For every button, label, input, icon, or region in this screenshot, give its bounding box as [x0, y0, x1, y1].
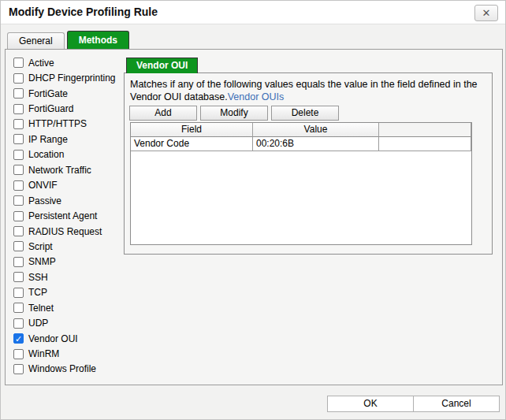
- description-text: Matches if any of the following values e…: [130, 79, 478, 102]
- dialog-title: Modify Device Profiling Rule: [9, 6, 158, 18]
- method-item-fortiguard[interactable]: ✓FortiGuard: [13, 101, 116, 116]
- tab-general[interactable]: General: [7, 32, 65, 50]
- vendor-oui-panel: Matches if any of the following values e…: [124, 72, 493, 255]
- method-label: UDP: [28, 318, 48, 329]
- tab-bar: General Methods: [7, 31, 132, 50]
- title-bar: Modify Device Profiling Rule ✕: [1, 1, 505, 24]
- checkbox-icon[interactable]: ✓: [13, 195, 24, 206]
- method-item-passive[interactable]: ✓Passive: [13, 193, 116, 208]
- method-item-tcp[interactable]: ✓TCP: [13, 285, 116, 300]
- method-label: Script: [28, 241, 53, 252]
- method-item-ssh[interactable]: ✓SSH: [13, 269, 116, 284]
- method-label: HTTP/HTTPS: [28, 118, 87, 129]
- checkbox-icon[interactable]: ✓: [13, 104, 24, 114]
- dialog-body: General Methods ✓Active ✓DHCP Fingerprin…: [1, 24, 505, 420]
- method-item-udp[interactable]: ✓UDP: [13, 315, 116, 330]
- method-label: DHCP Fingerprinting: [28, 72, 116, 84]
- method-item-snmp[interactable]: ✓SNMP: [13, 255, 116, 269]
- method-label: ONVIF: [28, 180, 58, 191]
- method-item-script[interactable]: ✓Script: [13, 239, 116, 254]
- method-item-location[interactable]: ✓Location: [13, 147, 116, 162]
- method-label: SSH: [28, 272, 48, 283]
- footer-button-row: OK Cancel: [327, 396, 500, 412]
- method-label: TCP: [28, 287, 47, 298]
- table-header-row: Field Value: [131, 123, 471, 137]
- method-item-http-https[interactable]: ✓HTTP/HTTPS: [13, 117, 116, 132]
- method-item-persistent-agent[interactable]: ✓Persistent Agent: [13, 208, 116, 223]
- checkbox-icon[interactable]: ✓: [13, 364, 24, 374]
- method-item-vendor-oui[interactable]: ✓Vendor OUI: [13, 331, 116, 346]
- method-label: WinRM: [28, 348, 59, 359]
- vendor-ouis-link[interactable]: Vendor OUIs: [228, 91, 285, 102]
- column-header-value[interactable]: Value: [253, 123, 379, 137]
- cancel-button[interactable]: Cancel: [413, 396, 500, 412]
- method-label: Location: [28, 149, 64, 160]
- value-cell[interactable]: 00:20:6B: [253, 137, 379, 151]
- method-label: IP Range: [28, 134, 68, 145]
- checkbox-icon[interactable]: ✓: [13, 349, 24, 359]
- method-item-telnet[interactable]: ✓Telnet: [13, 300, 116, 315]
- field-cell[interactable]: Vendor Code: [131, 137, 253, 151]
- checkbox-icon[interactable]: ✓: [13, 119, 24, 129]
- method-item-dhcp-fingerprinting[interactable]: ✓DHCP Fingerprinting: [13, 70, 116, 85]
- checkbox-icon[interactable]: ✓: [13, 150, 24, 160]
- checkbox-checked-icon[interactable]: ✓: [13, 333, 24, 344]
- checkbox-icon[interactable]: ✓: [13, 73, 24, 84]
- method-item-ip-range[interactable]: ✓IP Range: [13, 132, 116, 147]
- checkbox-icon[interactable]: ✓: [13, 318, 24, 329]
- delete-button[interactable]: Delete: [271, 106, 339, 121]
- method-item-active[interactable]: ✓Active: [13, 55, 116, 70]
- method-label: Network Traffic: [28, 165, 91, 176]
- checkbox-icon[interactable]: ✓: [13, 303, 24, 313]
- vendor-oui-list-box: Field Value Vendor Code 00:20:6B: [130, 122, 472, 245]
- panel-button-row: Add Modify Delete: [129, 106, 342, 121]
- method-item-radius-request[interactable]: ✓RADIUS Request: [13, 224, 116, 239]
- close-icon[interactable]: ✕: [474, 5, 498, 21]
- method-label: Passive: [28, 195, 61, 206]
- checkbox-icon[interactable]: ✓: [13, 226, 24, 236]
- method-item-windows-profile[interactable]: ✓Windows Profile: [13, 362, 116, 377]
- methods-tab-content: ✓Active ✓DHCP Fingerprinting ✓FortiGate …: [5, 49, 503, 385]
- method-checkbox-list: ✓Active ✓DHCP Fingerprinting ✓FortiGate …: [13, 55, 116, 377]
- method-label: FortiGuard: [28, 103, 73, 114]
- column-header-field[interactable]: Field: [131, 123, 253, 137]
- checkbox-icon[interactable]: ✓: [13, 241, 24, 251]
- method-item-network-traffic[interactable]: ✓Network Traffic: [13, 162, 116, 177]
- method-label: FortiGate: [28, 88, 68, 99]
- method-label: Vendor OUI: [28, 333, 78, 344]
- method-label: Telnet: [28, 303, 54, 314]
- method-label: Windows Profile: [28, 363, 96, 374]
- table-row[interactable]: Vendor Code 00:20:6B: [131, 137, 471, 151]
- checkbox-icon[interactable]: ✓: [13, 165, 24, 175]
- checkbox-icon[interactable]: ✓: [13, 134, 24, 144]
- method-item-winrm[interactable]: ✓WinRM: [13, 346, 116, 361]
- method-label: SNMP: [28, 256, 56, 267]
- ok-button[interactable]: OK: [327, 396, 414, 412]
- checkbox-icon[interactable]: ✓: [13, 272, 24, 282]
- checkbox-icon[interactable]: ✓: [13, 288, 24, 298]
- method-item-onvif[interactable]: ✓ONVIF: [13, 178, 116, 193]
- checkbox-icon[interactable]: ✓: [13, 58, 24, 68]
- checkbox-icon[interactable]: ✓: [13, 257, 24, 267]
- method-label: RADIUS Request: [28, 226, 102, 237]
- tab-methods[interactable]: Methods: [67, 31, 129, 50]
- checkbox-icon[interactable]: ✓: [13, 211, 24, 221]
- column-header-filler: [379, 123, 471, 137]
- row-filler: [379, 137, 471, 151]
- method-item-fortigate[interactable]: ✓FortiGate: [13, 86, 116, 101]
- vendor-oui-panel-tab: Vendor OUI: [126, 58, 198, 73]
- checkbox-icon[interactable]: ✓: [13, 180, 24, 191]
- method-label: Persistent Agent: [28, 210, 97, 221]
- method-label: Active: [28, 58, 54, 69]
- checkbox-icon[interactable]: ✓: [13, 88, 24, 98]
- add-button[interactable]: Add: [129, 106, 197, 121]
- modify-device-profiling-rule-dialog: Modify Device Profiling Rule ✕ General M…: [0, 0, 506, 420]
- panel-description: Matches if any of the following values e…: [130, 78, 486, 103]
- modify-button[interactable]: Modify: [200, 106, 268, 121]
